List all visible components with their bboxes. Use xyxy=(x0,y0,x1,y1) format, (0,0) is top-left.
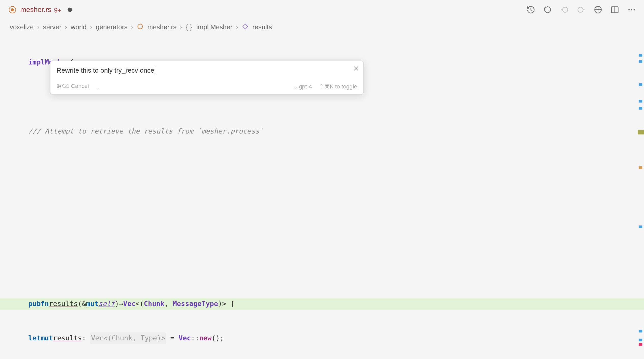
braces-icon: { } xyxy=(186,23,193,30)
ruler-mark xyxy=(639,339,642,341)
svg-point-5 xyxy=(578,7,583,12)
ruler-mark xyxy=(639,330,642,332)
overview-ruler[interactable] xyxy=(636,34,644,359)
ruler-mark xyxy=(639,107,642,110)
next-change-icon[interactable] xyxy=(577,5,586,14)
rust-file-icon xyxy=(137,23,144,30)
run-ext-icon[interactable] xyxy=(594,5,602,14)
ruler-mark xyxy=(639,343,642,345)
dirty-indicator-icon xyxy=(68,7,72,12)
split-editor-icon[interactable] xyxy=(610,5,619,14)
code-line[interactable] xyxy=(0,160,644,171)
svg-point-2 xyxy=(545,7,551,13)
code-line[interactable] xyxy=(0,263,644,275)
ruler-mark xyxy=(639,83,642,86)
editor-tab[interactable]: mesher.rs 9+ xyxy=(8,5,72,14)
code-editor[interactable]: impl Mesher { /// Attempt to retrieve th… xyxy=(0,34,644,359)
chevron-right-icon: › xyxy=(131,23,133,30)
toggle-hint: ⇧⌘K to toggle xyxy=(319,83,357,89)
history-button[interactable]: .. xyxy=(96,83,99,89)
editor-actions xyxy=(526,5,636,14)
chevron-right-icon: › xyxy=(180,23,182,30)
svg-point-1 xyxy=(11,8,14,11)
breadcrumb-item[interactable]: impl Mesher xyxy=(196,23,233,30)
inline-chat-prompt: ✕ Rewrite this to only try_recv once ⌘⌫ … xyxy=(50,61,364,95)
svg-point-13 xyxy=(631,9,632,10)
svg-rect-16 xyxy=(243,24,248,29)
breadcrumb-item[interactable]: server xyxy=(43,23,61,30)
revert-icon[interactable] xyxy=(543,5,552,14)
breadcrumb-item[interactable]: world xyxy=(71,23,86,30)
breadcrumb-item[interactable]: generators xyxy=(96,23,127,30)
close-icon[interactable]: ✕ xyxy=(353,64,359,73)
svg-point-14 xyxy=(634,9,635,10)
tab-bar: mesher.rs 9+ xyxy=(0,0,644,19)
svg-point-3 xyxy=(562,7,568,12)
chevron-right-icon: › xyxy=(90,23,92,30)
svg-point-15 xyxy=(138,24,143,29)
rust-file-icon xyxy=(8,5,17,14)
prompt-input[interactable]: Rewrite this to only try_recv once xyxy=(57,66,357,75)
code-line[interactable]: /// Attempt to retrieve the results from… xyxy=(0,126,644,137)
chevron-right-icon: › xyxy=(65,23,67,30)
history-icon[interactable] xyxy=(526,5,535,14)
ruler-mark xyxy=(639,166,642,169)
code-line[interactable] xyxy=(0,194,644,206)
breadcrumb[interactable]: voxelize › server › world › generators ›… xyxy=(0,19,644,34)
code-line[interactable]: pub fn results(&mut self) → Vec<(Chunk, … xyxy=(0,298,644,309)
ruler-mark xyxy=(639,60,642,63)
breadcrumb-item[interactable]: results xyxy=(252,23,272,30)
cancel-button[interactable]: ⌘⌫ Cancel xyxy=(57,83,89,90)
prev-change-icon[interactable] xyxy=(560,5,569,14)
chevron-right-icon: › xyxy=(236,23,238,30)
breadcrumb-item[interactable]: mesher.rs xyxy=(147,23,177,30)
method-icon xyxy=(242,23,249,30)
breadcrumb-item[interactable]: voxelize xyxy=(10,23,34,30)
code-line[interactable]: let mut results: Vec<(Chunk, Type)> = Ve… xyxy=(0,333,644,344)
ruler-mark xyxy=(639,225,642,228)
model-selector[interactable]: ⌄ gpt-4 xyxy=(294,83,312,89)
more-actions-icon[interactable] xyxy=(627,5,636,14)
tab-badge: 9+ xyxy=(54,6,62,13)
code-line[interactable] xyxy=(0,229,644,241)
chevron-right-icon: › xyxy=(37,23,39,30)
tab-filename: mesher.rs xyxy=(20,6,51,14)
ruler-mark xyxy=(639,54,642,57)
ruler-mark xyxy=(638,130,644,134)
ruler-mark xyxy=(639,100,642,102)
svg-point-12 xyxy=(628,9,630,10)
